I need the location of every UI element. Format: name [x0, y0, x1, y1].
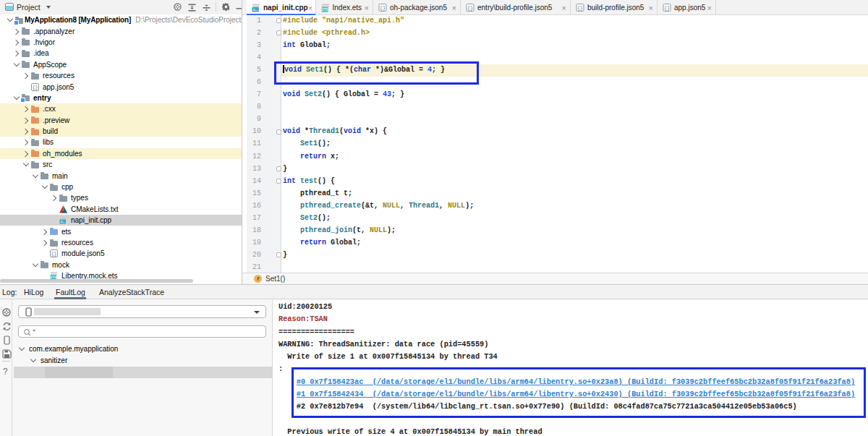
svg-text:ETS: ETS	[321, 8, 328, 12]
svg-text:{;}: {;}	[665, 5, 670, 11]
svg-text:c..: c..	[253, 7, 258, 12]
svg-text:{;}: {;}	[578, 5, 583, 11]
svg-text:{;}: {;}	[33, 85, 38, 90]
svg-text:c..: c..	[61, 220, 65, 224]
svg-text:{;}: {;}	[468, 5, 473, 11]
svg-text:{;}: {;}	[51, 251, 56, 257]
svg-text:{;}: {;}	[380, 5, 386, 11]
